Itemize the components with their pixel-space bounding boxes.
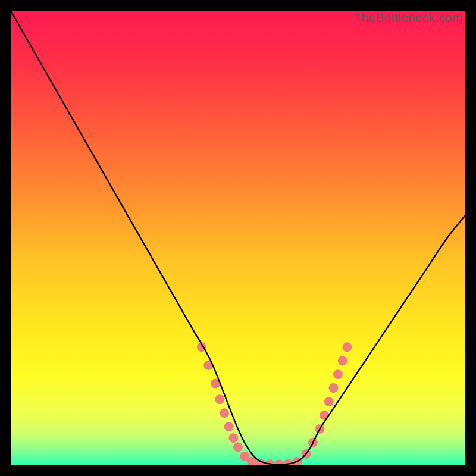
watermark-text: TheBottleneck.com bbox=[354, 11, 463, 25]
highlight-dot bbox=[328, 383, 338, 393]
highlight-dot bbox=[342, 342, 352, 352]
highlight-dot bbox=[224, 422, 234, 431]
highlight-dot bbox=[324, 397, 334, 406]
highlight-dot bbox=[333, 369, 343, 379]
highlight-dot bbox=[320, 411, 329, 420]
chart-background bbox=[11, 11, 465, 465]
highlight-dot bbox=[228, 433, 238, 443]
chart-frame: TheBottleneck.com bbox=[11, 11, 465, 465]
highlight-dot bbox=[220, 408, 229, 418]
highlight-dot bbox=[338, 356, 347, 365]
highlight-dot bbox=[233, 442, 243, 452]
highlight-dot bbox=[215, 394, 224, 404]
chart-plot bbox=[11, 11, 465, 465]
